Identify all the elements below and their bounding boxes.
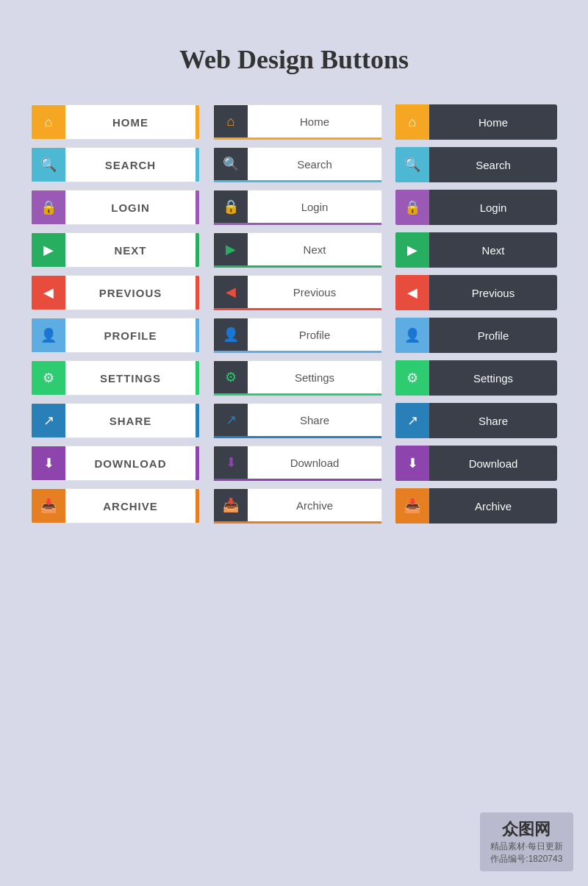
button-style1-previous[interactable]: ◀ PREVIOUS: [31, 275, 200, 310]
login-icon-s3: 🔒: [395, 190, 429, 225]
login-bar-s1: [196, 190, 199, 224]
watermark-tagline: 精品素材·每日更新: [490, 840, 563, 853]
button-style3-search[interactable]: 🔍 Search: [395, 147, 557, 182]
button-style1-login[interactable]: 🔒 LOGIN: [31, 190, 200, 225]
watermark: 众图网 精品素材·每日更新 作品编号:1820743: [480, 812, 573, 871]
button-style3-home[interactable]: ⌂ Home: [395, 104, 557, 140]
next-arrow-s3: [557, 243, 564, 257]
search-label-s2: Search: [248, 158, 381, 171]
previous-label-s3: Previous: [429, 287, 557, 299]
download-label-s1: DOWNLOAD: [65, 457, 196, 470]
button-style1-download[interactable]: ⬇ DOWNLOAD: [31, 446, 200, 481]
settings-label-s2: Settings: [248, 371, 381, 384]
previous-icon-s1: ◀: [32, 275, 65, 310]
home-icon-s1: ⌂: [32, 104, 65, 140]
button-style3-profile[interactable]: 👤 Profile: [395, 318, 557, 353]
button-style1-search[interactable]: 🔍 SEARCH: [31, 147, 200, 182]
login-icon-s1: 🔒: [32, 190, 65, 225]
home-arrow-s3: [557, 115, 564, 129]
next-icon-s2: ▶: [214, 232, 248, 267]
button-style3-download[interactable]: ⬇ Download: [395, 446, 557, 481]
share-bar-s1: [196, 404, 199, 437]
settings-icon-s1: ⚙: [32, 360, 65, 396]
button-style3-previous[interactable]: ◀ Previous: [395, 275, 557, 310]
next-icon-s1: ▶: [32, 232, 65, 268]
profile-arrow-s3: [557, 328, 564, 343]
settings-icon-s3: ⚙: [395, 360, 429, 396]
search-icon-s1: 🔍: [32, 147, 65, 182]
download-label-s3: Download: [429, 457, 557, 470]
download-arrow-s3: [557, 456, 564, 471]
button-style2-next[interactable]: ▶ Next: [213, 232, 382, 268]
home-label-s2: Home: [248, 115, 381, 128]
search-icon-s3: 🔍: [395, 147, 429, 182]
watermark-logo: 众图网: [490, 818, 563, 840]
download-label-s2: Download: [248, 457, 381, 469]
share-arrow-s3: [557, 413, 564, 428]
button-style1-next[interactable]: ▶ NEXT: [31, 232, 200, 268]
search-bar-s1: [196, 148, 199, 182]
button-style2-home[interactable]: ⌂ Home: [213, 104, 382, 140]
button-style3-login[interactable]: 🔒 Login: [395, 190, 557, 225]
download-icon-s1: ⬇: [32, 446, 65, 481]
button-style3-next[interactable]: ▶ Next: [395, 232, 557, 268]
button-style1-settings[interactable]: ⚙ SETTINGS: [31, 360, 200, 396]
profile-icon-s3: 👤: [395, 318, 429, 353]
button-style3-settings[interactable]: ⚙ Settings: [395, 360, 557, 396]
home-icon-s3: ⌂: [395, 104, 429, 140]
button-style1-archive[interactable]: 📥 ARCHIVE: [31, 488, 200, 524]
next-bar-s1: [196, 233, 199, 267]
button-style2-login[interactable]: 🔒 Login: [213, 190, 382, 225]
archive-label-s3: Archive: [429, 500, 557, 512]
archive-icon-s1: 📥: [32, 488, 65, 524]
previous-icon-s3: ◀: [395, 275, 429, 310]
next-label-s3: Next: [429, 244, 557, 257]
profile-bar-s1: [196, 318, 199, 352]
share-label-s2: Share: [248, 414, 381, 426]
share-icon-s3: ↗: [395, 403, 429, 438]
settings-bar-s1: [196, 361, 199, 395]
button-style1-profile[interactable]: 👤 PROFILE: [31, 318, 200, 353]
next-label-s1: NEXT: [65, 244, 196, 257]
button-style3-share[interactable]: ↗ Share: [395, 403, 557, 438]
next-label-s2: Next: [248, 243, 381, 256]
home-label-s3: Home: [429, 116, 557, 129]
login-arrow-s3: [557, 200, 564, 215]
profile-label-s1: PROFILE: [65, 329, 196, 342]
button-style2-download[interactable]: ⬇ Download: [213, 446, 382, 481]
next-icon-s3: ▶: [395, 232, 429, 268]
login-label-s2: Login: [248, 201, 381, 213]
download-icon-s3: ⬇: [395, 446, 429, 481]
download-icon-s2: ⬇: [214, 446, 248, 480]
home-bar-s1: [196, 105, 199, 139]
home-label-s1: HOME: [65, 116, 196, 129]
share-icon-s1: ↗: [32, 403, 65, 438]
profile-icon-s1: 👤: [32, 318, 65, 353]
archive-label-s1: ARCHIVE: [65, 500, 196, 512]
previous-arrow-s3: [557, 285, 564, 300]
button-style2-profile[interactable]: 👤 Profile: [213, 318, 382, 353]
share-label-s1: SHARE: [65, 415, 196, 427]
button-style2-share[interactable]: ↗ Share: [213, 403, 382, 438]
search-icon-s2: 🔍: [214, 147, 248, 182]
button-style1-share[interactable]: ↗ SHARE: [31, 403, 200, 438]
settings-icon-s2: ⚙: [214, 360, 248, 395]
previous-label-s1: PREVIOUS: [65, 287, 196, 299]
button-style2-search[interactable]: 🔍 Search: [213, 147, 382, 182]
button-style2-settings[interactable]: ⚙ Settings: [213, 360, 382, 396]
button-style2-previous[interactable]: ◀ Previous: [213, 275, 382, 310]
profile-icon-s2: 👤: [214, 318, 248, 352]
share-label-s3: Share: [429, 415, 557, 427]
search-arrow-s3: [557, 157, 564, 172]
button-style2-archive[interactable]: 📥 Archive: [213, 488, 382, 524]
button-style3-archive[interactable]: 📥 Archive: [395, 488, 557, 524]
search-label-s3: Search: [429, 159, 557, 171]
login-icon-s2: 🔒: [214, 190, 248, 224]
login-label-s1: LOGIN: [65, 201, 196, 214]
home-icon-s2: ⌂: [214, 104, 248, 139]
settings-arrow-s3: [557, 371, 564, 385]
login-label-s3: Login: [429, 201, 557, 214]
profile-label-s2: Profile: [248, 329, 381, 341]
page-title: Web Design Buttons: [179, 44, 409, 75]
button-style1-home[interactable]: ⌂ HOME: [31, 104, 200, 140]
